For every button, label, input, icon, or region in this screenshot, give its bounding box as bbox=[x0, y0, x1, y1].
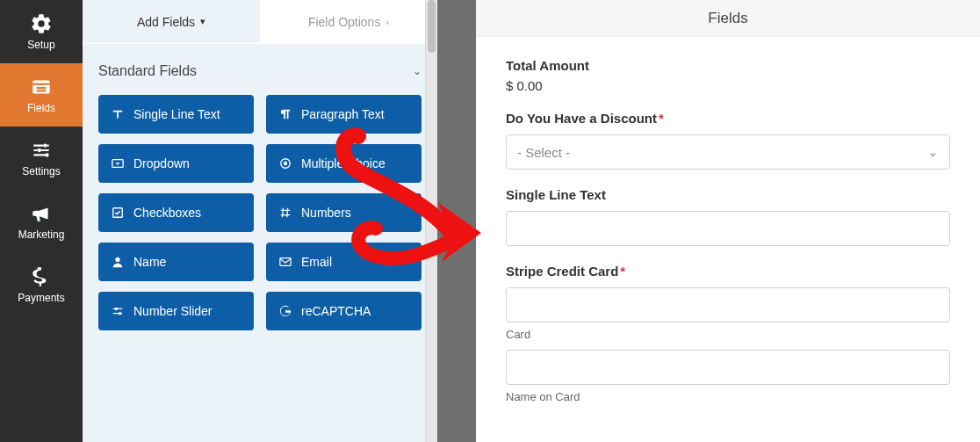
discount-select[interactable]: - Select - ⌄ bbox=[506, 134, 950, 170]
field-numbers[interactable]: Numbers bbox=[266, 193, 422, 232]
sidebar-item-settings[interactable]: Settings bbox=[0, 127, 83, 190]
sidebar-label-fields: Fields bbox=[27, 102, 55, 114]
name-on-card-input[interactable] bbox=[506, 350, 950, 385]
gear-icon bbox=[30, 12, 53, 35]
field-btn-label: Checkboxes bbox=[133, 206, 201, 220]
field-btn-label: reCAPTCHA bbox=[301, 304, 371, 318]
svg-point-2 bbox=[43, 143, 47, 147]
builder-scrollbar[interactable] bbox=[425, 0, 437, 442]
svg-point-9 bbox=[115, 257, 119, 262]
svg-point-7 bbox=[284, 162, 287, 165]
sidebar-label-setup: Setup bbox=[27, 39, 54, 51]
single-line-text-label: Single Line Text bbox=[506, 187, 950, 202]
field-btn-label: Email bbox=[301, 255, 332, 269]
tab-field-options-label: Field Options bbox=[308, 15, 380, 29]
svg-point-3 bbox=[38, 149, 41, 152]
sidebar-label-marketing: Marketing bbox=[18, 228, 65, 241]
stripe-label: Stripe Credit Card* bbox=[506, 264, 950, 279]
field-btn-label: Multiple Choice bbox=[301, 156, 386, 170]
svg-point-11 bbox=[115, 308, 119, 311]
svg-point-12 bbox=[119, 312, 122, 315]
field-btn-label: Name bbox=[133, 255, 166, 269]
field-single-line-text[interactable]: Single Line Text bbox=[98, 95, 254, 134]
field-checkboxes[interactable]: Checkboxes bbox=[98, 193, 254, 232]
required-asterisk: * bbox=[659, 111, 664, 126]
hash-icon bbox=[278, 207, 292, 219]
chevron-down-icon: ⌄ bbox=[413, 65, 422, 77]
sidebar-item-fields[interactable]: Fields bbox=[0, 63, 83, 127]
svg-point-4 bbox=[45, 153, 48, 156]
name-on-card-sub-label: Name on Card bbox=[506, 390, 950, 403]
field-dropdown[interactable]: Dropdown bbox=[98, 144, 254, 183]
slider-icon bbox=[111, 305, 125, 317]
chevron-down-icon: ⌄ bbox=[927, 144, 939, 160]
field-email[interactable]: Email bbox=[266, 243, 422, 281]
sliders-icon bbox=[30, 139, 53, 162]
preview-panel: Fields Total Amount $ 0.00 Do You Have a… bbox=[476, 0, 980, 442]
field-btn-label: Paragraph Text bbox=[301, 107, 385, 121]
preview-header: Fields bbox=[476, 0, 980, 37]
envelope-icon bbox=[278, 256, 292, 268]
radio-icon bbox=[278, 157, 292, 170]
sidebar-label-payments: Payments bbox=[18, 292, 64, 304]
total-amount-label: Total Amount bbox=[506, 58, 950, 73]
text-icon bbox=[111, 108, 125, 120]
dollar-icon bbox=[30, 265, 53, 288]
chevron-down-icon: ▾ bbox=[200, 16, 205, 27]
preview-body: Total Amount $ 0.00 Do You Have a Discou… bbox=[476, 37, 980, 442]
tab-add-fields[interactable]: Add Fields ▾ bbox=[83, 0, 260, 43]
bullhorn-icon bbox=[30, 202, 53, 225]
tab-add-fields-label: Add Fields bbox=[137, 15, 195, 29]
main-sidebar: Setup Fields Settings Marketing Payments bbox=[0, 0, 83, 442]
builder-tabs: Add Fields ▾ Field Options › bbox=[83, 0, 437, 44]
card-sub-label: Card bbox=[506, 328, 950, 341]
field-btn-label: Numbers bbox=[301, 206, 351, 220]
field-btn-label: Dropdown bbox=[133, 156, 190, 170]
paragraph-icon bbox=[278, 108, 292, 120]
dropdown-icon bbox=[111, 157, 125, 170]
section-standard-fields[interactable]: Standard Fields ⌄ bbox=[98, 63, 422, 79]
sidebar-item-payments[interactable]: Payments bbox=[0, 253, 83, 316]
preview-header-title: Fields bbox=[708, 10, 747, 27]
sidebar-label-settings: Settings bbox=[22, 165, 60, 178]
fields-icon bbox=[30, 76, 53, 98]
section-title-label: Standard Fields bbox=[98, 63, 197, 79]
chevron-right-icon: › bbox=[386, 17, 389, 27]
field-recaptcha[interactable]: reCAPTCHA bbox=[266, 292, 422, 330]
field-number-slider[interactable]: Number Slider bbox=[98, 292, 254, 330]
field-multiple-choice[interactable]: Multiple Choice bbox=[266, 144, 422, 183]
person-icon bbox=[111, 256, 125, 268]
tab-field-options[interactable]: Field Options › bbox=[260, 0, 437, 43]
panel-divider bbox=[437, 0, 476, 442]
field-paragraph-text[interactable]: Paragraph Text bbox=[266, 95, 422, 134]
checkbox-icon bbox=[111, 207, 125, 219]
field-name[interactable]: Name bbox=[98, 243, 254, 281]
card-input[interactable] bbox=[506, 287, 950, 322]
google-icon bbox=[278, 305, 292, 317]
total-amount-value: $ 0.00 bbox=[506, 78, 950, 93]
sidebar-item-setup[interactable]: Setup bbox=[0, 0, 83, 63]
field-btn-label: Single Line Text bbox=[133, 107, 220, 121]
sidebar-item-marketing[interactable]: Marketing bbox=[0, 190, 83, 253]
single-line-text-input[interactable] bbox=[506, 211, 950, 246]
svg-rect-10 bbox=[280, 258, 291, 266]
field-btn-label: Number Slider bbox=[133, 304, 212, 318]
discount-select-placeholder: - Select - bbox=[517, 145, 570, 160]
scrollbar-thumb[interactable] bbox=[428, 0, 436, 53]
builder-panel: Add Fields ▾ Field Options › Standard Fi… bbox=[83, 0, 437, 442]
field-grid: Single Line Text Paragraph Text Dropdown… bbox=[98, 95, 422, 330]
discount-label: Do You Have a Discount* bbox=[506, 111, 950, 126]
required-asterisk: * bbox=[620, 264, 625, 279]
